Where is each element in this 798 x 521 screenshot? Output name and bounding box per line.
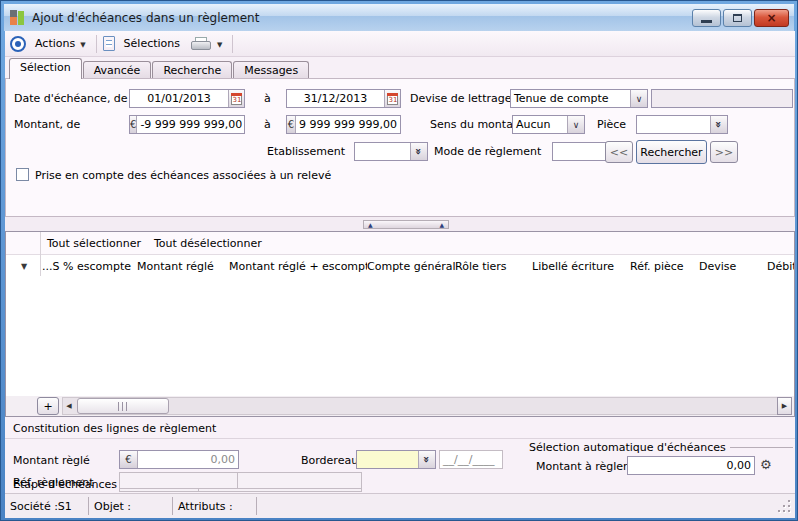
chevron-down-icon[interactable]: ∨	[630, 90, 647, 107]
tab-strip: Sélection Avancée Recherche Messages	[9, 58, 310, 79]
scroll-right-icon[interactable]: ▶	[777, 397, 792, 415]
mode-reglement-label: Mode de règlement	[434, 145, 541, 158]
euro-icon[interactable]: €	[130, 116, 137, 133]
status-attributs: Attributs :	[173, 497, 257, 515]
etablissement-combo[interactable]: »	[354, 142, 428, 161]
piece-combo[interactable]: »	[636, 115, 728, 134]
devise-lettrage-label: Devise de lettrage	[410, 92, 512, 105]
app-icon	[10, 10, 25, 25]
toolbar: Actions ▼ Sélections ▼	[5, 31, 795, 57]
scrollbar-thumb[interactable]	[77, 398, 169, 414]
collapse-up-icon[interactable]: ▲	[439, 222, 444, 228]
euro-icon[interactable]: €	[287, 116, 296, 133]
column-header[interactable]: Rôle tiers	[455, 260, 532, 273]
bordereau-combo[interactable]: »	[356, 450, 436, 469]
client-area: Actions ▼ Sélections ▼ Sélection Avancée…	[5, 31, 795, 518]
gear-icon[interactable]: ⚙	[760, 458, 772, 471]
grid-toolbar: Tout sélectionner Tout désélectionner	[6, 232, 794, 255]
date-to-connector: à	[264, 92, 271, 105]
next-page-button[interactable]: >>	[710, 141, 738, 163]
sens-montant-select[interactable]: Aucun ∨	[512, 115, 585, 134]
minimize-button[interactable]	[692, 9, 721, 27]
actions-target-icon	[10, 36, 26, 52]
column-header[interactable]: Compte général	[367, 260, 455, 273]
montant-a-regler-label: Montant à règler	[536, 460, 628, 473]
column-header[interactable]: Devise	[699, 260, 767, 273]
bordereau-label: Bordereau	[301, 454, 358, 467]
app-window: Ajout d'échéances dans un règlement × Ac…	[0, 0, 798, 521]
minimize-icon	[701, 20, 712, 23]
releve-checkbox[interactable]	[16, 168, 29, 181]
maximize-icon	[733, 14, 742, 22]
montant-to-connector: à	[264, 118, 271, 131]
tab-recherche[interactable]: Recherche	[152, 61, 232, 79]
montant-to-input[interactable]: € 9 999 999 999,00	[286, 115, 401, 134]
double-chevron-icon[interactable]: »	[410, 143, 427, 160]
montant-regle-label: Montant règlé	[13, 454, 90, 467]
grid-scroll-row: + ◀ ▶	[6, 396, 794, 416]
status-bar: Société :S1 Objet : Attributs :	[5, 494, 795, 518]
bordereau-date-input[interactable]: __/__/____	[439, 450, 503, 469]
column-header[interactable]: Montant réglé + escompte	[229, 260, 367, 273]
piece-label: Pièce	[597, 118, 626, 131]
tab-selection[interactable]: Sélection	[9, 58, 82, 79]
calendar-icon[interactable]: 31	[228, 90, 244, 107]
sens-montant-label: Sens du montant	[430, 118, 524, 131]
add-row-button[interactable]: +	[37, 397, 59, 415]
toolbar-separator	[96, 35, 97, 53]
date-to-input[interactable]: 31/12/2013 31	[286, 89, 401, 108]
splitter-handle[interactable]: ▲ ▲	[363, 220, 449, 229]
status-societe: Société :S1	[5, 497, 89, 515]
column-header[interactable]: Débit	[767, 260, 794, 273]
collapse-up-icon[interactable]: ▲	[368, 222, 373, 228]
releve-checkbox-label: Prise en compte des échéances associées …	[35, 169, 331, 182]
close-button[interactable]: ×	[754, 9, 789, 27]
column-header[interactable]: Réf. pièce	[630, 260, 699, 273]
devise-lettrage-select[interactable]: Tenue de compte ∨	[510, 89, 648, 108]
selections-menu[interactable]: Sélections	[124, 37, 180, 50]
ref-reglement-label: Réf. règlement	[13, 476, 94, 489]
euro-icon[interactable]: €	[120, 451, 138, 468]
auto-selection-title: Sélection automatique d'échéances	[529, 441, 726, 454]
title-bar: Ajout d'échéances dans un règlement ×	[4, 4, 794, 31]
group-rule	[730, 447, 793, 448]
resize-grip[interactable]	[778, 500, 791, 513]
auto-selection-group: Sélection automatique d'échéances	[529, 441, 793, 454]
date-from-input[interactable]: 01/01/2013 31	[129, 89, 245, 108]
montant-from-input[interactable]: € -9 999 999 999,00	[129, 115, 245, 134]
echeances-grid: Tout sélectionner Tout désélectionner ▼ …	[5, 231, 795, 417]
montant-regle-input[interactable]: € 0,00	[119, 450, 239, 469]
scroll-left-icon[interactable]: ◀	[62, 397, 76, 415]
previous-page-button[interactable]: <<	[605, 141, 633, 163]
ref-reglement-field[interactable]	[119, 472, 362, 489]
grid-header: ▼ ...S % escompte Montant réglé Montant …	[6, 256, 794, 276]
tab-messages[interactable]: Messages	[233, 61, 309, 79]
actions-menu[interactable]: Actions	[35, 37, 75, 50]
double-chevron-icon[interactable]: »	[418, 451, 435, 468]
deselect-all-link[interactable]: Tout désélectionner	[154, 237, 262, 250]
print-caret-icon[interactable]: ▼	[217, 41, 222, 49]
column-header[interactable]: Libellé écriture	[532, 260, 630, 273]
rechercher-button[interactable]: Rechercher	[636, 140, 707, 164]
montant-label: Montant, de	[14, 118, 80, 131]
window-title: Ajout d'échéances dans un règlement	[32, 11, 259, 25]
column-header[interactable]: ...S % escompte	[42, 260, 137, 273]
calendar-icon[interactable]: 31	[384, 90, 400, 107]
print-icon[interactable]	[191, 37, 211, 50]
chevron-down-icon[interactable]: ∨	[567, 116, 584, 133]
grid-body-empty[interactable]	[6, 276, 794, 396]
actions-caret-icon[interactable]: ▼	[80, 41, 85, 49]
tab-avancee[interactable]: Avancée	[83, 61, 152, 79]
thumb-grip-icon	[118, 402, 129, 411]
row-marker-icon: ▼	[6, 262, 42, 271]
selection-form: Date d'échéance, de 01/01/2013 31 à 31/1…	[5, 78, 795, 217]
column-header[interactable]: Montant réglé	[137, 260, 229, 273]
devise-extra-field	[651, 89, 793, 108]
maximize-button[interactable]	[723, 9, 752, 27]
horizontal-scrollbar[interactable]: ◀	[62, 397, 778, 415]
select-all-link[interactable]: Tout sélectionner	[47, 237, 141, 250]
double-chevron-icon[interactable]: »	[710, 116, 727, 133]
montant-a-regler-input[interactable]: 0,00	[627, 456, 755, 475]
splitter[interactable]: ▲ ▲	[5, 217, 795, 231]
section-title: Constitution des lignes de règlement	[13, 422, 216, 435]
